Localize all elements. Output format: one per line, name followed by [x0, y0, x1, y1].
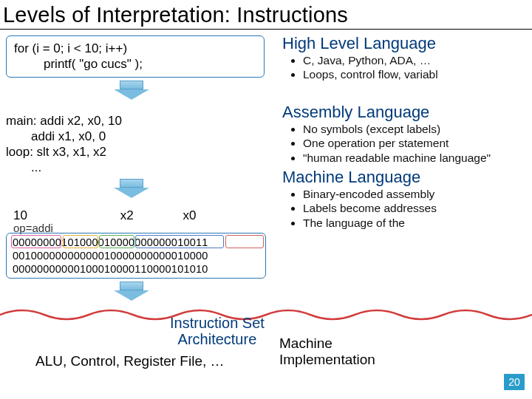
asm-bullets: No symbols (except labels) One operation…: [282, 122, 532, 165]
machine-code-box: 00000000101000010000000000010011 0010000…: [6, 233, 266, 279]
bin-line-1: 00000000101000010000000000010011: [13, 236, 259, 249]
asm-line-2: addi x1, x0, 0: [6, 129, 272, 144]
isa-line-2: Architecture: [170, 331, 265, 347]
hll-code-line-1: for (i = 0; i < 10; i++): [14, 41, 256, 56]
isa-label: Instruction Set Architecture: [170, 315, 265, 347]
impl-r2: Implementation: [279, 352, 375, 368]
asm-line-4: ...: [6, 160, 272, 175]
ml-heading: Machine Language: [282, 168, 532, 187]
ml-bullets: Binary-encoded assembly Labels become ad…: [282, 187, 532, 230]
bullet-item: One operation per statement: [303, 136, 532, 150]
bullet-item: The language of the: [303, 216, 532, 230]
hll-heading: High Level Language: [282, 34, 532, 53]
implementation-left: ALU, Control, Register File, …: [35, 353, 225, 369]
left-column: for (i = 0; i < 10; i++) printf( "go cuc…: [6, 33, 279, 301]
asm-heading: Assembly Language: [282, 103, 532, 122]
isa-line-1: Instruction Set: [170, 315, 265, 331]
slide-body: for (i = 0; i < 10; i++) printf( "go cuc…: [0, 30, 532, 301]
hll-bullets: C, Java, Python, ADA, … Loops, control f…: [282, 53, 532, 82]
bullet-item: Labels become addresses: [303, 201, 532, 215]
ml-label-opcode: op=addi: [13, 222, 279, 234]
slide-title: Levels of Interpretation: Instructions: [0, 0, 532, 30]
bullet-item: Binary-encoded assembly: [303, 187, 532, 201]
ml-label-x0: x0: [183, 208, 196, 223]
implementation-right: Machine Implementation: [279, 335, 375, 368]
page-number-badge: 20: [504, 374, 525, 390]
bin-line-2: 00100000000000010000000000010000: [13, 249, 259, 262]
ml-label-x2: x2: [120, 208, 180, 223]
ml-register-labels: 10 x2 x0: [6, 208, 279, 223]
right-column: High Level Language C, Java, Python, ADA…: [279, 33, 532, 301]
asm-line-3: loop: slt x3, x1, x2: [6, 144, 272, 160]
down-arrow-icon: [109, 81, 154, 100]
bullet-item: No symbols (except labels): [303, 122, 532, 136]
down-arrow-icon: [109, 282, 154, 301]
bullet-item: "human readable machine language": [303, 151, 532, 165]
hll-code-line-2: printf( "go cucs" );: [14, 56, 256, 72]
wavy-divider-icon: [0, 304, 532, 321]
down-arrow-icon: [109, 179, 154, 198]
ml-label-immediate: 10: [13, 208, 117, 223]
bin-line-3: 00000000000100010000110000101010: [13, 262, 259, 276]
impl-r1: Machine: [279, 335, 375, 352]
bullet-item: Loops, control flow, variabl: [303, 67, 532, 81]
assembly-code-box: main: addi x2, x0, 10 addi x1, x0, 0 loo…: [6, 113, 272, 176]
bullet-item: C, Java, Python, ADA, …: [303, 53, 532, 67]
asm-line-1: main: addi x2, x0, 10: [6, 113, 272, 129]
hll-code-box: for (i = 0; i < 10; i++) printf( "go cuc…: [6, 35, 265, 78]
